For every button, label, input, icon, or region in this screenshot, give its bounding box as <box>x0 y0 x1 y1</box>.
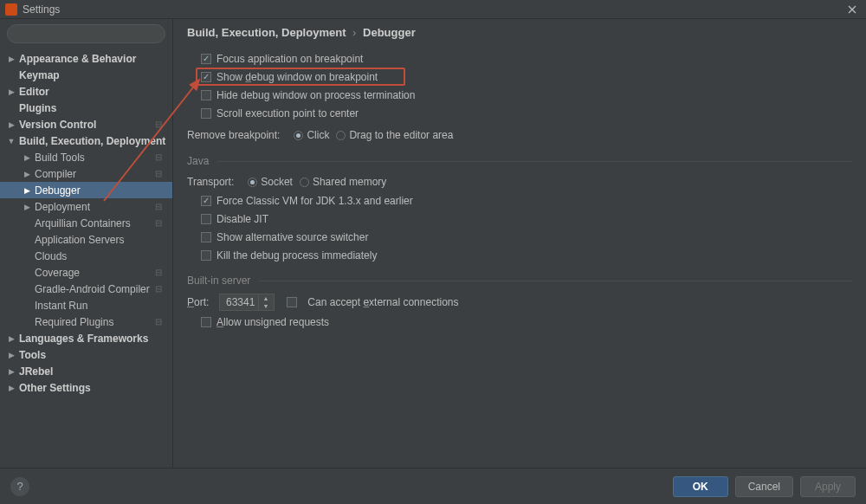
sidebar-item-build-execution-deployment[interactable]: ▼Build, Execution, Deployment <box>0 132 172 149</box>
apply-button[interactable]: Apply <box>800 476 856 497</box>
option-scroll-execution-point[interactable]: Scroll execution point to center <box>187 104 852 122</box>
section-label: Java <box>187 155 209 167</box>
gear-icon: ⊟ <box>155 284 167 294</box>
sidebar-item-other-settings[interactable]: ▶Other Settings <box>0 379 172 396</box>
sidebar-item-compiler[interactable]: ▶Compiler⊟ <box>0 165 172 182</box>
option-force-classic-vm[interactable]: Force Classic VM for JDK 1.3.x and earli… <box>187 191 852 210</box>
dialog-footer: ? OK Cancel Apply <box>0 468 866 504</box>
gear-icon: ⊟ <box>155 120 167 129</box>
sidebar-item-label: Version Control <box>19 119 155 131</box>
radio-click-label: Click <box>307 129 329 141</box>
sidebar-item-label: Plugins <box>19 102 172 114</box>
sidebar-item-editor[interactable]: ▶Editor <box>0 83 172 100</box>
spinner-up-icon[interactable]: ▲ <box>259 294 272 302</box>
breadcrumb-parent: Build, Execution, Deployment <box>187 26 346 39</box>
section-builtin-server: Built-in server <box>187 275 852 287</box>
sidebar-item-debugger[interactable]: ▶Debugger <box>0 182 172 198</box>
radio-click[interactable] <box>294 131 303 140</box>
sidebar-item-jrebel[interactable]: ▶JRebel <box>0 363 172 379</box>
radio-shared-memory[interactable] <box>300 178 309 187</box>
sidebar-item-label: Required Plugins <box>35 316 155 328</box>
option-alt-source-switcher[interactable]: Show alternative source switcher <box>187 228 852 246</box>
sidebar-item-tools[interactable]: ▶Tools <box>0 346 172 363</box>
sidebar-item-label: JRebel <box>19 365 172 378</box>
sidebar-item-appearance-behavior[interactable]: ▶Appearance & Behavior <box>0 50 172 67</box>
window-title: Settings <box>23 3 843 16</box>
checkbox-icon[interactable] <box>201 232 211 242</box>
sidebar-item-label: Application Servers <box>35 234 172 246</box>
remove-breakpoint-row: Remove breakpoint: Click Drag to the edi… <box>187 126 852 145</box>
sidebar-item-label: Compiler <box>35 168 155 180</box>
close-icon[interactable] <box>843 2 861 17</box>
option-label: Show debug window on breakpoint <box>216 71 378 83</box>
sidebar-item-gradle-android-compiler[interactable]: ▶Gradle-Android Compiler⊟ <box>0 281 172 297</box>
gear-icon: ⊟ <box>155 218 167 228</box>
port-input[interactable] <box>220 296 258 308</box>
sidebar-item-coverage[interactable]: ▶Coverage⊟ <box>0 264 172 281</box>
port-label: Port: <box>187 296 209 308</box>
sidebar-item-arquillian-containers[interactable]: ▶Arquillian Containers⊟ <box>0 215 172 231</box>
radio-drag[interactable] <box>336 131 346 140</box>
sidebar-item-required-plugins[interactable]: ▶Required Plugins⊟ <box>0 313 172 330</box>
port-row: Port: ▲ ▼ Can accept external connection… <box>187 292 852 313</box>
gear-icon: ⊟ <box>155 202 167 211</box>
titlebar: Settings <box>0 0 866 19</box>
chevron-right-icon: ▶ <box>7 351 16 359</box>
spinner-down-icon[interactable]: ▼ <box>259 302 272 310</box>
port-spinner[interactable]: ▲ ▼ <box>219 294 275 311</box>
checkbox-icon[interactable] <box>201 214 211 224</box>
remove-breakpoint-label: Remove breakpoint: <box>187 129 280 141</box>
gear-icon: ⊟ <box>155 268 167 277</box>
checkbox-icon[interactable] <box>287 297 297 307</box>
option-allow-unsigned[interactable]: Allow unsigned requests <box>187 313 852 331</box>
option-show-debug-window[interactable]: Show debug window on breakpoint <box>196 68 405 86</box>
chevron-right-icon: › <box>352 26 356 39</box>
radio-shared-memory-label: Shared memory <box>313 176 386 188</box>
divider <box>259 281 852 281</box>
option-focus-on-breakpoint[interactable]: Focus application on breakpoint <box>187 49 852 68</box>
radio-socket[interactable] <box>248 178 257 187</box>
sidebar-item-label: Appearance & Behavior <box>19 53 172 65</box>
chevron-down-icon: ▼ <box>7 137 16 145</box>
sidebar-item-label: Languages & Frameworks <box>19 333 172 345</box>
help-button[interactable]: ? <box>10 477 29 496</box>
option-disable-jit[interactable]: Disable JIT <box>187 210 852 228</box>
sidebar-item-keymap[interactable]: ▶Keymap <box>0 67 172 83</box>
sidebar-item-instant-run[interactable]: ▶Instant Run <box>0 297 172 313</box>
option-label: Hide debug window on process termination <box>216 89 415 101</box>
sidebar-item-label: Build, Execution, Deployment <box>19 135 172 147</box>
sidebar-item-label: Instant Run <box>35 300 172 312</box>
search-input[interactable] <box>7 24 165 43</box>
checkbox-icon[interactable] <box>201 54 211 64</box>
chevron-right-icon: ▶ <box>23 153 31 162</box>
chevron-right-icon: ▶ <box>7 384 16 392</box>
chevron-right-icon: ▶ <box>7 334 16 343</box>
checkbox-icon[interactable] <box>201 317 211 327</box>
sidebar-item-label: Coverage <box>35 267 155 279</box>
sidebar-item-languages-frameworks[interactable]: ▶Languages & Frameworks <box>0 330 172 346</box>
sidebar-item-version-control[interactable]: ▶Version Control⊟ <box>0 116 172 132</box>
radio-socket-label: Socket <box>261 176 293 188</box>
chevron-right-icon: ▶ <box>23 170 31 178</box>
checkbox-icon[interactable] <box>201 72 211 82</box>
checkbox-icon[interactable] <box>201 250 211 261</box>
option-label: Show alternative source switcher <box>216 231 368 243</box>
option-label: Scroll execution point to center <box>216 107 359 120</box>
option-kill-debug-process[interactable]: Kill the debug process immediately <box>187 246 852 264</box>
sidebar-item-clouds[interactable]: ▶Clouds <box>0 248 172 264</box>
checkbox-icon[interactable] <box>201 196 211 206</box>
cancel-button[interactable]: Cancel <box>735 476 793 497</box>
sidebar-item-label: Other Settings <box>19 382 172 394</box>
checkbox-icon[interactable] <box>201 108 211 119</box>
sidebar-item-application-servers[interactable]: ▶Application Servers <box>0 231 172 248</box>
chevron-right-icon: ▶ <box>23 186 31 195</box>
option-label: Disable JIT <box>216 213 268 225</box>
sidebar-item-build-tools[interactable]: ▶Build Tools⊟ <box>0 149 172 165</box>
transport-row: Transport: Socket Shared memory <box>187 172 852 191</box>
option-hide-debug-window[interactable]: Hide debug window on process termination <box>187 86 852 104</box>
sidebar-item-deployment[interactable]: ▶Deployment⊟ <box>0 198 172 215</box>
breadcrumb-current: Debugger <box>363 26 416 39</box>
checkbox-icon[interactable] <box>201 90 211 100</box>
ok-button[interactable]: OK <box>673 476 728 497</box>
sidebar-item-plugins[interactable]: ▶Plugins <box>0 100 172 116</box>
